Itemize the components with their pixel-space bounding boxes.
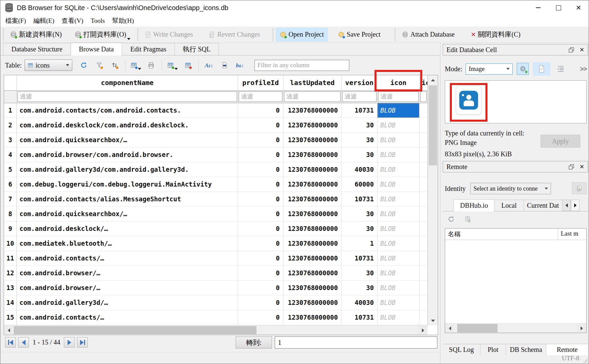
row-number[interactable]: 8 xyxy=(4,207,17,221)
row-number[interactable]: 13 xyxy=(4,281,17,295)
cell-profileId[interactable]: 0 xyxy=(238,177,283,192)
save-table-dropdown-icon[interactable] xyxy=(138,68,141,70)
apply-button[interactable]: Apply xyxy=(541,135,580,148)
remote-list-header-lastmodified[interactable]: Last m xyxy=(558,229,586,240)
previous-record-button[interactable] xyxy=(18,337,29,348)
cell-lastUpdated[interactable]: 1230768000000 xyxy=(283,295,342,310)
filter-version[interactable]: 過濾 xyxy=(342,91,378,103)
cell-componentName[interactable]: com.android.contacts/… xyxy=(17,310,238,325)
filter-lastUpdated[interactable]: 過濾 xyxy=(283,91,342,103)
cell-profileId[interactable]: 0 xyxy=(238,236,283,251)
menu-item[interactable]: Tools xyxy=(87,17,109,25)
cell-profileId[interactable]: 0 xyxy=(238,133,283,148)
menu-item[interactable]: 幫助(H) xyxy=(109,16,138,25)
tab-local[interactable]: Local xyxy=(494,200,524,211)
goto-record-input[interactable] xyxy=(275,336,437,349)
tab-execute-sql[interactable]: 執行 SQL xyxy=(174,43,219,55)
row-number[interactable]: 7 xyxy=(4,192,17,207)
cell-lastUpdated[interactable]: 1230768000000 xyxy=(283,207,342,221)
cell-icon-blob[interactable]: BLOB xyxy=(378,118,420,133)
cell-profileId[interactable]: 0 xyxy=(238,295,283,310)
row-number[interactable]: 1 xyxy=(4,103,17,118)
filter-profileId[interactable]: 過濾 xyxy=(238,91,283,103)
scroll-left-button[interactable] xyxy=(4,326,13,335)
tab-scroll-left-button[interactable] xyxy=(562,200,571,211)
row-number[interactable]: 5 xyxy=(4,162,17,177)
cell-version[interactable]: 30 xyxy=(342,118,378,133)
cell-version[interactable]: 10731 xyxy=(342,103,378,118)
cell-profileId[interactable]: 0 xyxy=(238,310,283,325)
cell-lastUpdated[interactable]: 1230768000000 xyxy=(283,266,342,281)
cell-version[interactable]: 40030 xyxy=(342,162,378,177)
float-panel-icon[interactable] xyxy=(569,47,574,52)
row-number[interactable]: 14 xyxy=(4,295,17,310)
find-in-table-button[interactable] xyxy=(219,60,231,71)
remote-list-scrollbar[interactable] xyxy=(445,323,586,333)
horizontal-scrollbar[interactable] xyxy=(4,325,428,335)
row-number[interactable]: 3 xyxy=(4,133,17,148)
scroll-left-button[interactable] xyxy=(445,324,455,333)
cell-icon-blob[interactable]: BLOB xyxy=(378,295,420,310)
cell-lastUpdated[interactable]: 1230768000000 xyxy=(283,221,342,236)
row-number[interactable]: 15 xyxy=(4,310,17,325)
cell-lastUpdated[interactable]: 1230768000000 xyxy=(283,251,342,266)
identity-select[interactable]: Select an identity to conne xyxy=(470,183,551,194)
cell-componentName[interactable]: com.mediatek.bluetooth/… xyxy=(17,236,238,251)
cell-componentName[interactable]: com.android.quicksearchbox/… xyxy=(17,207,238,221)
remote-list-header-name[interactable]: 名稱 xyxy=(445,229,558,240)
resize-grip-icon[interactable] xyxy=(583,358,588,363)
cell-profileId[interactable]: 0 xyxy=(238,192,283,207)
attach-database-button[interactable]: Attach Database xyxy=(398,28,459,42)
tab-edit-pragmas[interactable]: Edit Pragmas xyxy=(122,43,174,55)
remote-push-button[interactable] xyxy=(464,216,471,223)
remote-scrollbar-thumb[interactable] xyxy=(457,324,498,332)
cell-icon-blob[interactable]: BLOB xyxy=(378,310,420,325)
cell-lastUpdated[interactable]: 1230768000000 xyxy=(283,192,342,207)
menu-item[interactable]: 查看(V) xyxy=(58,16,87,25)
header-lastUpdated[interactable]: lastUpdated xyxy=(283,75,342,91)
delete-record-button[interactable] xyxy=(182,60,194,71)
new-database-button[interactable]: 新建資料庫(N) xyxy=(6,28,66,42)
tab-browse-data[interactable]: Browse Data xyxy=(71,43,122,55)
cell-profileId[interactable]: 0 xyxy=(238,207,283,221)
cell-profileId[interactable]: 0 xyxy=(238,103,283,118)
cell-version[interactable]: 60000 xyxy=(342,177,378,192)
tab-plot[interactable]: Plot xyxy=(480,344,506,355)
row-number[interactable]: 11 xyxy=(4,251,17,266)
horizontal-scrollbar-thumb[interactable] xyxy=(14,326,257,334)
scroll-right-button[interactable] xyxy=(418,326,428,335)
cell-icon-blob[interactable]: BLOB xyxy=(378,207,420,221)
cell-lastUpdated[interactable]: 1230768000000 xyxy=(283,177,342,192)
cell-componentName[interactable]: com.debug.loggerui/com.debug.loggerui.Ma… xyxy=(17,177,238,192)
cell-icon-blob[interactable]: BLOB xyxy=(378,103,420,118)
row-number[interactable]: 12 xyxy=(4,266,17,281)
cell-lastUpdated[interactable]: 1230768000000 xyxy=(283,162,342,177)
save-table-button[interactable] xyxy=(130,60,142,71)
float-panel-icon[interactable] xyxy=(569,164,574,169)
cell-version[interactable]: 30 xyxy=(342,207,378,221)
maximize-button[interactable] xyxy=(548,0,568,15)
cell-lastUpdated[interactable]: 1230768000000 xyxy=(283,236,342,251)
header-version[interactable]: version xyxy=(342,75,378,91)
cell-profileId[interactable]: 0 xyxy=(238,251,283,266)
cell-lastUpdated[interactable]: 1230768000000 xyxy=(283,281,342,295)
cell-version[interactable]: 30 xyxy=(342,281,378,295)
save-project-button[interactable]: Save Project xyxy=(334,28,385,42)
cell-version[interactable]: 40030 xyxy=(342,295,378,310)
tab-current-database[interactable]: Current Dat xyxy=(523,200,562,211)
cell-icon-blob[interactable]: BLOB xyxy=(378,148,420,162)
last-record-button[interactable] xyxy=(77,337,88,348)
refresh-button[interactable] xyxy=(78,60,90,71)
row-number[interactable]: 6 xyxy=(4,177,17,192)
header-profileId[interactable]: profileId xyxy=(238,75,283,91)
cell-version[interactable]: 10731 xyxy=(342,310,378,325)
close-database-button[interactable]: ✕ 關閉資料庫(C) xyxy=(467,28,524,42)
open-project-button[interactable]: Open Project xyxy=(276,28,328,42)
first-record-button[interactable] xyxy=(5,337,16,348)
cell-componentName[interactable]: com.android.gallery3d/com.android.galler… xyxy=(17,162,238,177)
open-database-dropdown-icon[interactable] xyxy=(127,38,130,40)
cell-componentName[interactable]: com.android.browser/… xyxy=(17,266,238,281)
header-icon[interactable]: icon xyxy=(378,75,420,91)
row-number[interactable]: 2 xyxy=(4,118,17,133)
cell-lastUpdated[interactable]: 1230768000000 xyxy=(283,118,342,133)
